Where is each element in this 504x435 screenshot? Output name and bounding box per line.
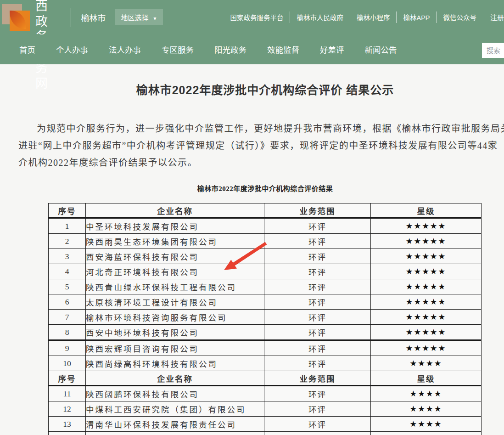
top-link[interactable]: 微信公众号 xyxy=(437,11,483,23)
nav-item-7[interactable]: 好差评 xyxy=(320,44,344,55)
business-scope-cell: 环评 xyxy=(264,294,371,310)
top-link[interactable]: 榆林小程序 xyxy=(350,11,397,23)
table-cell-clipped xyxy=(371,432,482,435)
evaluation-table: 序号企业名称业务范围星级1中圣环境科技发展有限公司环评★★★★★2陕西雨昊生态环… xyxy=(48,203,482,435)
nav-item-1[interactable]: 首页 xyxy=(19,44,35,55)
company-name-cell: 西安中地环境科技有限公司 xyxy=(86,325,264,340)
main-nav: 首页个人办事法人办事专区服务阳光政务效能监督好差评新闻公告 xyxy=(0,34,504,64)
table-header-cell: 企业名称 xyxy=(86,203,264,218)
table-row: 8西安中地环境科技有限公司环评★★★★★ xyxy=(49,325,482,340)
table-row: 11陕西阔鹏环保科技有限公司环评★★★★ xyxy=(49,386,482,401)
company-name-cell: 渭南华山环保科技发展有限责任公司 xyxy=(86,417,264,432)
star-rating-cell: ★★★★★ xyxy=(371,340,482,356)
row-number-cell: 4 xyxy=(49,264,86,279)
company-name-cell: 陕西宏辉项目咨询有限公司 xyxy=(86,340,264,356)
page: { "brand": { "platform_label": "全国一体化在线政… xyxy=(0,0,504,435)
row-number-cell: 7 xyxy=(49,310,86,325)
row-number-cell: 1 xyxy=(49,218,86,234)
company-name-cell: 西安海蓝环保科技有限公司 xyxy=(86,249,264,264)
star-rating-cell: ★★★★★ xyxy=(371,325,482,340)
table-row: 4河北奇正环境科技有限公司环评★★★★★ xyxy=(49,264,482,279)
nav-item-3[interactable]: 法人办事 xyxy=(109,44,141,55)
company-name-cell: 陕西尚绿高科环境科技有限公司 xyxy=(86,356,264,371)
table-header-row: 序号企业名称业务范围星级 xyxy=(49,371,482,386)
business-scope-cell: 环评 xyxy=(264,279,371,294)
site-logo[interactable] xyxy=(2,4,29,31)
search-box[interactable] xyxy=(482,43,504,58)
business-scope-cell: 环评 xyxy=(264,234,371,249)
site-header: 全国一体化在线政务服务平台 陕西政务服务网 榆林市 地区选择 ▼ 国家政务服务平… xyxy=(0,0,504,34)
row-number-cell: 5 xyxy=(49,279,86,294)
star-rating-cell: ★★★★★ xyxy=(371,279,482,294)
table-header-cell: 业务范围 xyxy=(264,203,371,218)
star-rating-cell: ★★★★★ xyxy=(371,294,482,310)
row-number-cell: 10 xyxy=(49,356,86,371)
nav-item-4[interactable]: 专区服务 xyxy=(162,44,194,55)
table-header-cell: 星级 xyxy=(371,203,482,218)
company-name-cell: 榆林市环境科技咨询服务有限公司 xyxy=(86,310,264,325)
business-scope-cell: 环评 xyxy=(264,401,371,417)
nav-item-6[interactable]: 效能监督 xyxy=(267,44,299,55)
company-name-cell: 太原核清环境工程设计有限公司 xyxy=(86,294,264,310)
business-scope-cell: 环评 xyxy=(264,218,371,234)
top-link[interactable]: 国家政务服务平台 xyxy=(224,11,290,23)
caret-down-icon: ▼ xyxy=(153,16,157,21)
business-scope-cell: 环评 xyxy=(264,340,371,356)
paragraph-line: 进驻“网上中介服务超市”中介机构考评管理规定（试行）》要求，现将评定的中圣环境科… xyxy=(18,137,504,154)
star-rating-cell: ★★★★★ xyxy=(371,249,482,264)
paragraph-line: 为规范中介服务行为，进一步强化中介监管工作，更好地提升我市营商环境，根据《榆林市… xyxy=(18,120,504,137)
row-number-cell: 2 xyxy=(49,234,86,249)
paragraph-line: 介机构2022年度综合评价结果予以公示。 xyxy=(18,154,504,171)
evaluation-table-body: 序号企业名称业务范围星级1中圣环境科技发展有限公司环评★★★★★2陕西雨昊生态环… xyxy=(49,203,482,435)
search-input[interactable] xyxy=(482,43,504,58)
star-rating-cell: ★★★★ xyxy=(371,417,482,432)
table-row: 1中圣环境科技发展有限公司环评★★★★★ xyxy=(49,218,482,234)
row-number-cell: 11 xyxy=(49,386,86,401)
company-name-cell: 陕西雨昊生态环境集团有限公司 xyxy=(86,234,264,249)
table-row: 7榆林市环境科技咨询服务有限公司环评★★★★★ xyxy=(49,310,482,325)
row-number-cell: 6 xyxy=(49,294,86,310)
region-selector-button[interactable]: 地区选择 ▼ xyxy=(115,9,163,25)
star-rating-cell: ★★★★★ xyxy=(371,218,482,234)
company-name-cell: 中煤科工西安研究院（集团）有限公司 xyxy=(86,401,264,417)
nav-item-8[interactable]: 新闻公告 xyxy=(365,44,397,55)
table-row: 12中煤科工西安研究院（集团）有限公司环评★★★★ xyxy=(49,401,482,417)
table-row: 6太原核清环境工程设计有限公司环评★★★★★ xyxy=(49,294,482,310)
region-selector-label: 地区选择 xyxy=(121,14,148,22)
table-cell-clipped xyxy=(86,432,264,435)
star-rating-cell: ★★★★ xyxy=(371,401,482,417)
nav-item-5[interactable]: 阳光政务 xyxy=(214,44,246,55)
star-rating-cell: ★★★★★ xyxy=(371,264,482,279)
star-rating-cell: ★★★★★ xyxy=(371,310,482,325)
announcement-paragraph: 为规范中介服务行为，进一步强化中介监管工作，更好地提升我市营商环境，根据《榆林市… xyxy=(18,120,504,171)
company-name-cell: 河北奇正环境科技有限公司 xyxy=(86,264,264,279)
table-header-cell: 序号 xyxy=(49,203,86,218)
top-links: 国家政务服务平台榆林市人民政府榆林小程序榆林APP微信公众号 xyxy=(224,11,483,23)
company-name-cell: 中圣环境科技发展有限公司 xyxy=(86,218,264,234)
top-link[interactable]: 榆林市人民政府 xyxy=(290,11,350,23)
table-row-clipped xyxy=(49,432,482,435)
top-link[interactable]: 榆林APP xyxy=(397,11,437,23)
company-name-cell: 陕西青山绿水环保科技工程有限公司 xyxy=(86,279,264,294)
star-rating-cell: ★★★★ xyxy=(371,386,482,401)
page-title: 榆林市2022年度涉批中介机构综合评价 结果公示 xyxy=(0,81,504,97)
row-number-cell: 9 xyxy=(49,340,86,356)
star-rating-cell: ★★★★★ xyxy=(371,234,482,249)
table-row: 10陕西尚绿高科环境科技有限公司环评★★★★ xyxy=(49,356,482,371)
business-scope-cell: 环评 xyxy=(264,325,371,340)
content-area: 榆林市2022年度涉批中介机构综合评价 结果公示 为规范中介服务行为，进一步强化… xyxy=(0,81,504,435)
table-header-cell: 企业名称 xyxy=(86,371,264,386)
register-link[interactable]: 注册 xyxy=(490,12,504,22)
table-header-row: 序号企业名称业务范围星级 xyxy=(49,203,482,218)
row-number-cell: 12 xyxy=(49,401,86,417)
nav-item-2[interactable]: 个人办事 xyxy=(56,44,88,55)
company-name-cell: 陕西阔鹏环保科技有限公司 xyxy=(86,386,264,401)
business-scope-cell: 环评 xyxy=(264,386,371,401)
table-cell-clipped xyxy=(264,432,371,435)
current-city-label[interactable]: 榆林市 xyxy=(81,11,106,23)
table-header-cell: 业务范围 xyxy=(264,371,371,386)
business-scope-cell: 环评 xyxy=(264,417,371,432)
business-scope-cell: 环评 xyxy=(264,310,371,325)
table-row: 5陕西青山绿水环保科技工程有限公司环评★★★★★ xyxy=(49,279,482,294)
table-header-cell: 序号 xyxy=(49,371,86,386)
